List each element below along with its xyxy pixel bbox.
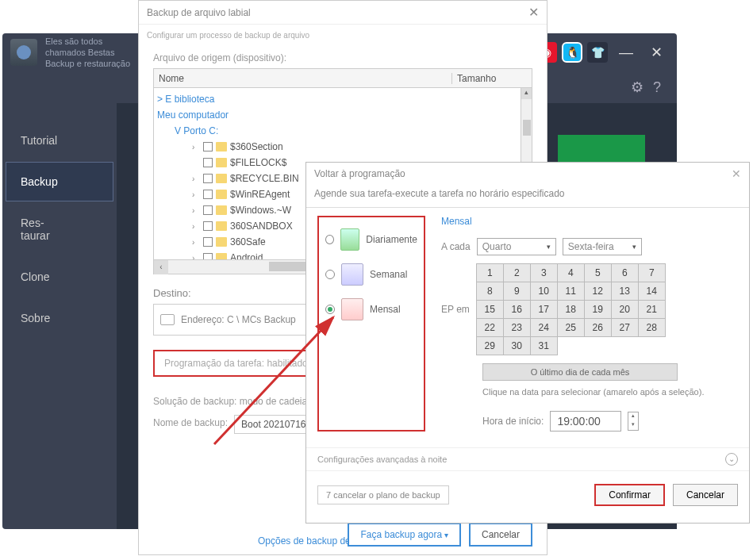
freq-weekly[interactable]: Semanal [325,257,417,292]
every-label: A cada [441,241,471,252]
calendar-day[interactable]: 31 [530,337,557,355]
calendar-day[interactable]: 10 [530,282,557,301]
calendar-day[interactable]: 16 [503,301,530,319]
sidebar-item-restore[interactable]: Res- taurar [6,203,113,255]
calendar-day[interactable]: 12 [584,282,611,301]
close-button[interactable]: ✕ [644,44,669,61]
calendar-day[interactable]: 24 [530,319,557,337]
calendar-day[interactable]: 30 [503,337,530,355]
dialog1-subtitle: Configurar um processo de backup de arqu… [139,25,547,43]
col-name[interactable]: Nome [154,73,452,84]
calendar-day[interactable]: 20 [611,301,638,319]
calendar-day[interactable]: 6 [611,264,638,282]
app-title: Eles são todos chamados Bestas Backup e … [45,36,130,70]
panel-title: Mensal [441,216,738,227]
ordinal-select[interactable]: Quarto [477,238,556,255]
calendar-day[interactable]: 4 [557,264,584,282]
calendar-day[interactable]: 1 [476,264,503,282]
calendar-day[interactable]: 21 [638,301,665,319]
weekday-select[interactable]: Sexta-feira [563,238,642,255]
backup-now-button[interactable]: Faça backup agora [348,523,461,547]
calendar-hint: Clique na data para selecionar (amarelo … [482,387,738,397]
calendar-day[interactable]: 8 [476,282,503,301]
cancel-button-2[interactable]: Cancelar [673,484,738,506]
calendar-day[interactable]: 3 [530,264,557,282]
calendar-day[interactable]: 29 [476,337,503,355]
calendar-day[interactable]: 18 [557,301,584,319]
calendar-day[interactable]: 5 [584,264,611,282]
sidebar-item-backup[interactable]: Backup [6,162,113,201]
calendar-day[interactable]: 25 [557,319,584,337]
calendar-day[interactable]: 17 [530,301,557,319]
sidebar-item-about[interactable]: Sobre [6,298,113,338]
sidebar-item-tutorial[interactable]: Tutorial [6,121,113,160]
calendar-day[interactable]: 13 [611,282,638,301]
cancel-plan-button[interactable]: 7 cancelar o plano de backup [317,485,449,504]
help-icon[interactable]: ? [653,79,661,96]
source-label: Arquivo de origem (dispositivo): [153,52,532,63]
dialog1-title: Backup de arquivo labial [147,7,251,18]
col-size[interactable]: Tamanho [452,73,532,84]
calendar-day[interactable]: 26 [584,319,611,337]
calendar-day[interactable]: 9 [503,282,530,301]
calendar-day[interactable]: 14 [638,282,665,301]
cancel-button[interactable]: Cancelar [469,523,532,547]
tshirt-icon[interactable]: 👕 [587,42,608,63]
chevron-down-icon: ⌄ [725,453,738,466]
calendar-day[interactable]: 27 [611,319,638,337]
sidebar: Tutorial Backup Res- taurar Clone Sobre [2,103,117,529]
gear-icon[interactable]: ⚙ [631,79,644,96]
schedule-status[interactable]: Programação da tarefa: habilitado [153,350,319,377]
calendar-day[interactable]: 23 [503,319,530,337]
calendar-day[interactable]: 7 [638,264,665,282]
calendar-day[interactable]: 22 [476,319,503,337]
name-label: Nome de backup: [153,417,228,428]
freq-daily[interactable]: Diariamente [325,222,417,257]
calendar-day[interactable]: 28 [638,319,665,337]
confirm-button[interactable]: Confirmar [594,484,665,506]
schedule-dialog: Voltar à programação ✕ Agende sua tarefa… [305,162,750,524]
calendar-day[interactable]: 2 [503,264,530,282]
frequency-panel: Diariamente Semanal Mensal [317,216,425,432]
calendar[interactable]: 1234567891011121314151617181920212223242… [476,263,666,355]
qq-icon[interactable]: 🐧 [562,42,582,63]
last-day-button[interactable]: O último dia de cada mês [482,363,678,381]
time-spinner[interactable]: ▴▾ [628,412,639,431]
time-label: Hora de início: [482,416,544,427]
ep-label: EP em [441,304,470,315]
dialog2-title: Voltar à programação [314,168,405,179]
time-input[interactable] [550,411,621,432]
calendar-day[interactable]: 19 [584,301,611,319]
dialog1-close-button[interactable]: ✕ [528,5,539,20]
minimize-button[interactable]: — [613,44,640,61]
sidebar-item-clone[interactable]: Clone [6,257,113,297]
dialog2-subtitle: Agende sua tarefa-execute a tarefa no ho… [306,185,749,208]
advanced-settings[interactable]: Configurações avançadas à noite ⌄ [306,447,749,471]
freq-monthly[interactable]: Mensal [325,292,417,327]
calendar-day[interactable]: 15 [476,301,503,319]
calendar-day[interactable]: 11 [557,282,584,301]
month-panel: Mensal A cada Quarto Sexta-feira EP em 1… [441,216,738,432]
drive-icon [160,314,175,325]
app-icon [10,39,37,66]
dialog2-close-button[interactable]: ✕ [732,167,741,180]
